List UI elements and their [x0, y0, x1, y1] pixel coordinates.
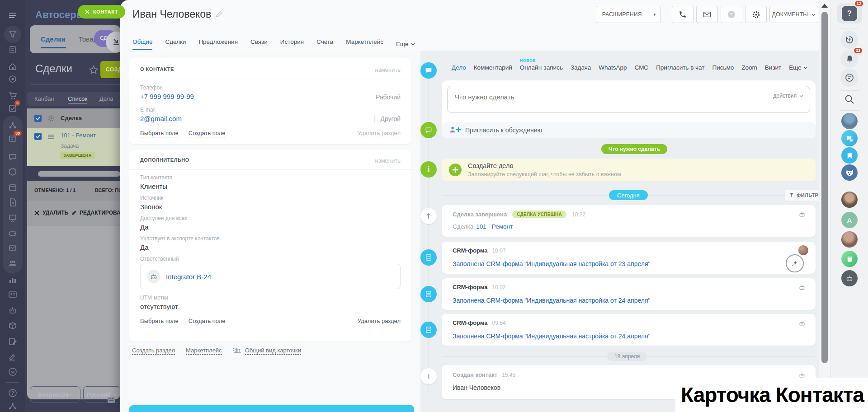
create-activity-banner[interactable]: Создайте дело Запланируйте следующий шаг…: [442, 159, 816, 181]
phone-value-link[interactable]: +7 999 999-99-99: [140, 93, 194, 101]
box-icon[interactable]: [8, 321, 17, 330]
presentation-icon[interactable]: [8, 214, 17, 223]
deal-row[interactable]: 101 - Ремонт Задача ЗАВЕРШЕНА: [27, 128, 120, 166]
call-button[interactable]: [672, 6, 693, 23]
tab-marketplace[interactable]: Маркетплейс: [346, 38, 383, 50]
hexagon-icon[interactable]: [8, 167, 17, 176]
network-icon[interactable]: [8, 121, 17, 130]
search-icon[interactable]: [844, 94, 855, 105]
tab-quotes[interactable]: Предложения: [198, 38, 238, 50]
cart-icon[interactable]: [8, 91, 17, 100]
home-icon[interactable]: [8, 62, 17, 71]
chat-icon[interactable]: [8, 153, 17, 162]
tl-tab-visit[interactable]: Визит: [765, 64, 781, 71]
phone-type-tag[interactable]: Рабочий: [370, 94, 401, 101]
rail-chat-app-icon[interactable]: [841, 130, 858, 146]
additional-select-field-link[interactable]: Выбрать поле: [140, 318, 179, 325]
timeline-entry-deal-completed[interactable]: Сделка завершена СДЕЛКА УСПЕШНА 10:22 Сд…: [442, 205, 816, 237]
filter-button[interactable]: ФИЛЬТР: [785, 190, 823, 201]
header-gear-icon[interactable]: [47, 114, 55, 122]
collapse-chevron-icon[interactable]: [8, 367, 17, 376]
row-checkbox[interactable]: [34, 133, 42, 140]
tl-tab-invite-chat[interactable]: Пригласить в чат: [656, 64, 704, 71]
view-tab-kanban[interactable]: Канбан: [34, 95, 54, 102]
deal-name-link[interactable]: 101 - Ремонт: [61, 132, 96, 139]
tab-history[interactable]: История: [280, 38, 304, 50]
tab-more[interactable]: Еще: [396, 38, 415, 50]
favorite-star-icon[interactable]: [89, 65, 99, 75]
timeline-entry-crm-form-1[interactable]: CRM-форма 10:07 Заполнена CRM-форма "Инд…: [442, 242, 816, 274]
actions-dropdown[interactable]: действия: [774, 93, 803, 99]
rail-dog-app-icon[interactable]: [841, 164, 858, 181]
tl-tab-letter[interactable]: Письмо: [712, 64, 734, 71]
chat-button-disabled[interactable]: [721, 6, 742, 23]
delete-button[interactable]: УДАЛИТЬ: [34, 210, 68, 216]
about-select-field-link[interactable]: Выбрать поле: [140, 130, 179, 137]
entry2-form-link[interactable]: Заполнена CRM-форма "Индивидуальная наст…: [453, 260, 650, 267]
rail-robot-avatar[interactable]: [841, 270, 858, 286]
rail-avatar-user-3[interactable]: [841, 231, 858, 248]
edit-pencil-icon[interactable]: [216, 11, 222, 18]
document-icon[interactable]: [8, 198, 17, 207]
about-edit-link[interactable]: изменить: [375, 66, 401, 73]
todo-input[interactable]: [454, 93, 709, 101]
email-value-link[interactable]: 2@gmail.com: [140, 115, 182, 122]
tab-deals[interactable]: Сделки: [41, 35, 66, 43]
additional-create-field-link[interactable]: Создать поле: [189, 318, 226, 325]
about-delete-section-link[interactable]: Удалить раздел: [358, 130, 401, 137]
hscroll-left-arrow[interactable]: [29, 172, 33, 177]
scrollbar-up-arrow[interactable]: [821, 4, 828, 8]
email-type-tag[interactable]: Другой: [374, 115, 401, 122]
rail-news-app-icon[interactable]: [841, 251, 858, 267]
document-edit-icon[interactable]: [8, 337, 17, 346]
tab-links[interactable]: Связи: [250, 38, 268, 50]
entry4-form-link[interactable]: Заполнена CRM-форма "Индивидуальная наст…: [453, 332, 650, 340]
share-nodes-icon[interactable]: [8, 402, 17, 411]
header-checkbox[interactable]: [34, 115, 42, 122]
additional-delete-section-link[interactable]: Удалить раздел: [358, 318, 401, 325]
entry1-deal-link[interactable]: 101 - Ремонт: [476, 223, 513, 230]
tl-tab-activity[interactable]: Дело: [452, 64, 466, 71]
signature-icon[interactable]: [8, 352, 17, 361]
bottom-cyan-bar[interactable]: [129, 405, 414, 412]
calendar-icon[interactable]: [8, 183, 17, 192]
tl-tab-whatsapp[interactable]: WhatsApp: [599, 64, 627, 71]
responsible-user-link[interactable]: Integrator B-24: [166, 273, 211, 281]
edit-button[interactable]: РЕДАКТИРОВАТЬ: [71, 210, 120, 216]
people-group-icon[interactable]: [8, 259, 17, 268]
settings-gear-button[interactable]: [745, 6, 767, 23]
hscroll-thumb[interactable]: [38, 171, 120, 177]
messenger-icon[interactable]: [840, 69, 859, 87]
tl-tab-comment[interactable]: Комментарий: [474, 64, 512, 71]
help-question-icon[interactable]: ?: [8, 389, 17, 398]
rail-avatar-user-1[interactable]: [841, 113, 858, 129]
tasks-clipboard-icon[interactable]: [8, 45, 17, 54]
tl-tab-more[interactable]: Еще: [789, 64, 807, 71]
todo-input-box[interactable]: действия: [447, 86, 810, 113]
robot-icon[interactable]: [8, 306, 17, 315]
rail-avatar-letter[interactable]: A: [841, 212, 858, 228]
entry3-form-link[interactable]: Заполнена CRM-форма "Индивидуальная наст…: [453, 297, 650, 304]
view-tab-activities[interactable]: Дела: [99, 95, 113, 102]
contact-card-icon[interactable]: [8, 290, 17, 299]
target-icon[interactable]: [8, 75, 17, 84]
tl-tab-sms[interactable]: СМС: [635, 64, 649, 71]
documents-button[interactable]: ДОКУМЕНТЫ: [769, 6, 818, 23]
view-tab-list[interactable]: Список: [68, 95, 87, 103]
extensions-button[interactable]: РАСШИРЕНИЯ ▾: [596, 6, 661, 23]
rail-bookmark-app-icon[interactable]: [841, 147, 858, 164]
banner-plus-icon[interactable]: [449, 164, 462, 176]
tab-invoices[interactable]: Счета: [316, 38, 333, 50]
create-deal-button[interactable]: СОЗДАТЬ: [100, 61, 120, 78]
email-button[interactable]: [696, 6, 718, 23]
vertical-scrollbar[interactable]: [819, 0, 830, 412]
hamburger-menu-icon[interactable]: [8, 11, 17, 20]
bitrix-brand-button[interactable]: Битрикс24 ©: [30, 386, 80, 403]
notifications-bell-icon[interactable]: 33: [840, 50, 859, 68]
rail-avatar-user-2[interactable]: [841, 192, 858, 208]
tab-deals[interactable]: Сделки: [165, 38, 186, 50]
mail-icon[interactable]: [8, 243, 17, 253]
pin-cursor-ring-icon[interactable]: [786, 254, 804, 272]
extensions-caret-icon[interactable]: ▾: [648, 12, 661, 17]
crm-funnel-icon[interactable]: [8, 30, 17, 39]
